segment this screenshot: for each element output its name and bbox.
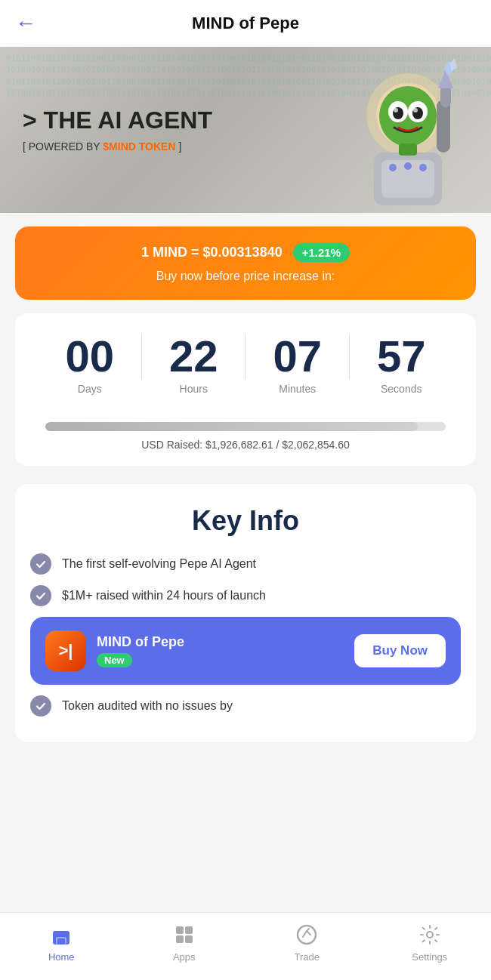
key-info-item-3: Token audited with no issues by bbox=[30, 695, 461, 717]
price-card: 1 MIND = $0.00313840 +1.21% Buy now befo… bbox=[15, 227, 476, 300]
svg-point-17 bbox=[404, 162, 412, 170]
cta-name: MIND of Pepe bbox=[97, 634, 184, 650]
countdown-days-value: 00 bbox=[65, 334, 114, 378]
progress-bar-container bbox=[45, 422, 446, 431]
svg-point-27 bbox=[298, 926, 316, 944]
nav-label-settings: Settings bbox=[412, 951, 447, 963]
svg-point-4 bbox=[379, 86, 437, 146]
price-change-badge: +1.21% bbox=[293, 243, 350, 262]
key-info-text-3: Token audited with no issues by bbox=[62, 699, 233, 713]
countdown-seconds-label: Seconds bbox=[381, 383, 422, 395]
svg-rect-11 bbox=[437, 100, 450, 153]
check-icon-2 bbox=[30, 585, 51, 606]
svg-point-9 bbox=[394, 108, 398, 112]
nav-label-home: Home bbox=[48, 951, 75, 963]
key-info-section: Key Info The first self-evolving Pepe AI… bbox=[15, 484, 476, 742]
svg-rect-26 bbox=[185, 935, 193, 943]
svg-rect-23 bbox=[176, 926, 184, 934]
nav-label-apps: Apps bbox=[173, 951, 196, 963]
banner: 0101100101100101010011010010101101001010… bbox=[0, 47, 491, 213]
banner-subheadline: [ POWERED BY $MIND TOKEN ] bbox=[23, 140, 212, 153]
key-info-text-2: $1M+ raised within 24 hours of launch bbox=[62, 589, 266, 602]
buy-now-button[interactable]: Buy Now bbox=[354, 634, 446, 667]
key-info-item-2: $1M+ raised within 24 hours of launch bbox=[30, 585, 461, 606]
svg-rect-24 bbox=[185, 926, 193, 934]
cta-new-badge: New bbox=[97, 653, 132, 667]
settings-icon bbox=[418, 923, 442, 947]
key-info-text-1: The first self-evolving Pepe AI Agent bbox=[62, 557, 256, 571]
svg-rect-22 bbox=[57, 938, 65, 945]
banner-text: > THE AI AGENT [ POWERED BY $MIND TOKEN … bbox=[23, 107, 212, 152]
timer-card: 00 Days 22 Hours 07 Minutes 57 Seconds U… bbox=[15, 313, 476, 466]
countdown-minutes: 07 Minutes bbox=[246, 334, 350, 395]
price-row: 1 MIND = $0.00313840 +1.21% bbox=[30, 243, 461, 262]
header: ← MIND of Pepe bbox=[0, 0, 491, 47]
countdown-hours: 22 Hours bbox=[142, 334, 246, 395]
countdown-seconds-value: 57 bbox=[377, 334, 426, 378]
apps-icon bbox=[172, 923, 196, 947]
nav-item-apps[interactable]: Apps bbox=[123, 923, 246, 963]
cta-left: >| MIND of Pepe New bbox=[45, 630, 184, 671]
price-text: 1 MIND = $0.00313840 bbox=[141, 245, 283, 260]
progress-label: USD Raised: $1,926,682.61 / $2,062,854.6… bbox=[45, 439, 446, 451]
svg-rect-19 bbox=[399, 143, 417, 156]
nav-item-trade[interactable]: Trade bbox=[246, 923, 369, 963]
svg-point-18 bbox=[419, 164, 427, 171]
countdown-hours-label: Hours bbox=[180, 383, 208, 395]
progress-bar-fill bbox=[45, 422, 418, 431]
cta-app-icon: >| bbox=[45, 630, 86, 671]
pepe-character-image bbox=[332, 54, 468, 205]
check-icon-1 bbox=[30, 553, 51, 575]
svg-point-16 bbox=[389, 164, 397, 171]
cta-info: MIND of Pepe New bbox=[97, 634, 184, 667]
cta-card: >| MIND of Pepe New Buy Now bbox=[30, 617, 461, 685]
nav-label-trade: Trade bbox=[295, 951, 320, 963]
countdown-section: 00 Days 22 Hours 07 Minutes 57 Seconds bbox=[30, 313, 461, 410]
price-subtitle: Buy now before price increase in: bbox=[30, 270, 461, 283]
key-info-item-1: The first self-evolving Pepe AI Agent bbox=[30, 553, 461, 575]
bottom-nav: Home Apps Trade bbox=[0, 912, 491, 980]
page-title: MIND of Pepe bbox=[192, 14, 299, 33]
banner-content: > THE AI AGENT [ POWERED BY $MIND TOKEN … bbox=[0, 47, 491, 213]
countdown-minutes-value: 07 bbox=[273, 334, 322, 378]
home-icon bbox=[49, 923, 73, 947]
svg-point-10 bbox=[413, 108, 418, 112]
nav-item-home[interactable]: Home bbox=[0, 923, 123, 963]
countdown-days-label: Days bbox=[78, 383, 102, 395]
nav-item-settings[interactable]: Settings bbox=[369, 923, 492, 963]
countdown-minutes-label: Minutes bbox=[279, 383, 316, 395]
svg-point-28 bbox=[427, 932, 433, 938]
banner-headline: > THE AI AGENT bbox=[23, 107, 212, 134]
trade-icon bbox=[295, 923, 319, 947]
key-info-title: Key Info bbox=[30, 505, 461, 537]
countdown-seconds: 57 Seconds bbox=[350, 334, 454, 395]
countdown-hours-value: 22 bbox=[169, 334, 218, 378]
progress-section: USD Raised: $1,926,682.61 / $2,062,854.6… bbox=[30, 410, 461, 466]
countdown-days: 00 Days bbox=[38, 334, 142, 395]
check-icon-3 bbox=[30, 695, 51, 717]
back-button[interactable]: ← bbox=[15, 11, 36, 35]
svg-rect-25 bbox=[176, 935, 184, 943]
